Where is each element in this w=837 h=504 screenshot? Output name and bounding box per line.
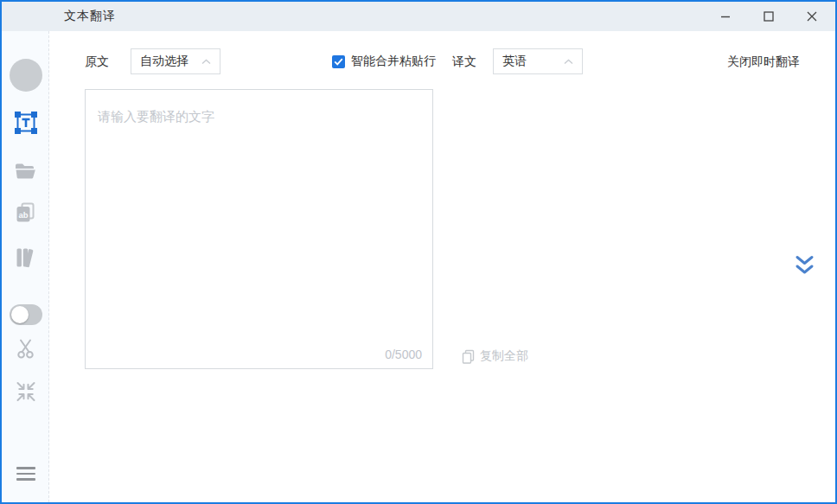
toggle-off-icon xyxy=(10,304,42,325)
source-language-select[interactable]: 自动选择 xyxy=(131,48,220,74)
window-title: 文本翻译 xyxy=(64,9,116,24)
chevron-up-icon xyxy=(564,59,573,65)
hamburger-menu-icon xyxy=(16,465,35,481)
chevron-up-icon xyxy=(201,59,211,65)
sidebar-item-avatar[interactable] xyxy=(2,59,49,92)
sidebar-item-screenshot-cut[interactable] xyxy=(2,337,49,360)
text-selection-t-icon xyxy=(14,111,38,135)
target-language-value: 英语 xyxy=(502,54,564,69)
scissors-icon xyxy=(14,337,37,360)
source-text-panel: 0/5000 xyxy=(85,89,433,369)
toolbar: 原文 自动选择 智能合并粘贴行 译文 英语 关闭即时翻译 xyxy=(49,48,835,74)
collapse-arrows-icon xyxy=(14,379,38,405)
sidebar-item-collapse[interactable] xyxy=(2,379,49,405)
copy-icon xyxy=(462,349,475,364)
close-icon xyxy=(807,11,817,22)
maximize-icon xyxy=(764,11,774,22)
sidebar-item-document-translate[interactable] xyxy=(2,161,49,181)
sidebar-item-wordbook[interactable]: ab xyxy=(2,201,49,224)
smart-merge-checkbox-group[interactable]: 智能合并粘贴行 xyxy=(332,48,436,74)
minimize-icon xyxy=(720,11,731,22)
sidebar: ab xyxy=(2,31,49,502)
copy-all-button[interactable]: 复制全部 xyxy=(462,348,528,364)
app-window: 文本翻译 xyxy=(0,0,837,504)
window-controls xyxy=(704,2,834,31)
sidebar-item-toggle[interactable] xyxy=(2,304,49,325)
double-chevron-down-icon xyxy=(794,253,815,278)
instant-translate-toggle[interactable]: 关闭即时翻译 xyxy=(727,48,800,74)
wordbook-ab-icon: ab xyxy=(15,201,36,224)
sidebar-item-menu[interactable] xyxy=(2,465,49,481)
sidebar-item-text-translate[interactable] xyxy=(2,111,49,135)
source-label: 原文 xyxy=(85,48,109,74)
char-counter: 0/5000 xyxy=(385,348,422,361)
expand-button[interactable] xyxy=(791,252,817,279)
source-text-input[interactable] xyxy=(86,90,432,337)
maximize-button[interactable] xyxy=(747,2,790,31)
close-button[interactable] xyxy=(790,2,834,31)
avatar xyxy=(10,59,42,92)
books-icon xyxy=(14,246,38,269)
sidebar-item-library[interactable] xyxy=(2,246,49,269)
target-label: 译文 xyxy=(452,48,476,74)
smart-merge-label: 智能合并粘贴行 xyxy=(351,54,436,69)
minimize-button[interactable] xyxy=(704,2,747,31)
copy-all-label: 复制全部 xyxy=(480,348,528,364)
target-language-select[interactable]: 英语 xyxy=(493,48,583,74)
main-content: 原文 自动选择 智能合并粘贴行 译文 英语 关闭即时翻译 xyxy=(49,31,835,502)
folder-icon xyxy=(14,161,37,181)
svg-text:ab: ab xyxy=(18,210,28,220)
toggle-knob xyxy=(11,306,29,323)
check-icon xyxy=(334,58,343,66)
source-language-value: 自动选择 xyxy=(140,54,201,69)
titlebar: 文本翻译 xyxy=(2,2,835,31)
checked-checkbox-icon[interactable] xyxy=(332,55,345,68)
